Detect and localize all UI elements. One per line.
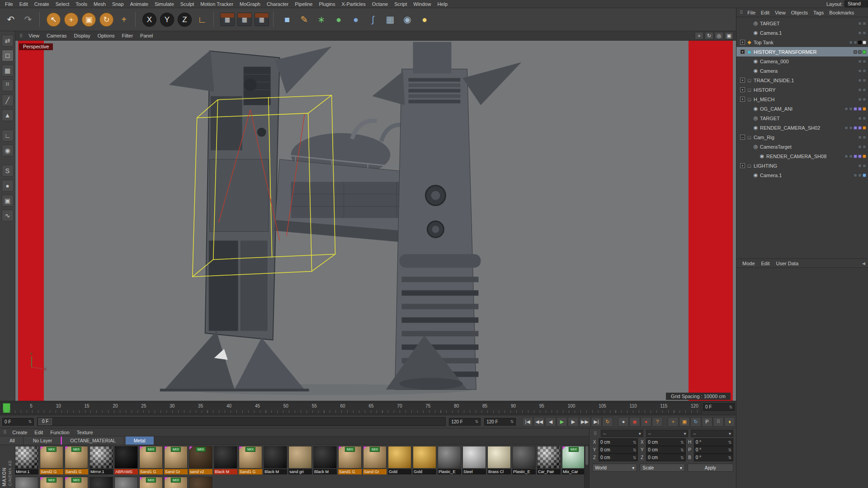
coordinate-mode-dropdown[interactable]: – ▾	[601, 430, 643, 437]
render-view-icon[interactable]: ▦	[220, 13, 235, 26]
viewport-menu-item[interactable]: View	[25, 33, 43, 38]
menubar-item[interactable]: Tools	[72, 1, 90, 7]
material-tile[interactable]: MIX Sand1 G	[139, 446, 163, 476]
viewport-menu-item[interactable]: Options	[94, 33, 118, 38]
menubar-item[interactable]: Window	[410, 1, 434, 7]
mograph-cloner-icon[interactable]: ∗	[313, 11, 330, 28]
object-name[interactable]: HISTORY_TRANSFORMER	[754, 49, 817, 55]
menubar-item[interactable]: Pipeline	[292, 1, 316, 7]
object-manager-menu-item[interactable]: View	[772, 10, 788, 15]
material-tile[interactable]: MIX	[64, 477, 89, 488]
object-tags[interactable]	[858, 88, 866, 92]
material-name[interactable]: Sand2 G	[40, 469, 63, 474]
object-name[interactable]: OG_CAM_ANI	[760, 106, 793, 112]
object-name[interactable]: HISTORY	[754, 87, 776, 93]
magnet-icon[interactable]: ∿	[2, 210, 14, 221]
model-mode-icon[interactable]: □	[2, 50, 14, 61]
expand-toggle-icon[interactable]: −	[740, 135, 745, 140]
zoom-view-icon[interactable]: ◎	[715, 32, 723, 39]
prev-key-icon[interactable]: ◀◀	[533, 417, 545, 427]
panel-grip-icon[interactable]: ⠿	[2, 430, 8, 435]
panel-grip-icon[interactable]: ⠿	[592, 431, 598, 436]
material-name[interactable]: Black M	[313, 469, 337, 474]
apply-button[interactable]: Apply	[688, 464, 733, 472]
object-tree-row[interactable]: ◎ CameraTarget	[736, 142, 868, 151]
material-tile[interactable]: MIX	[14, 477, 39, 488]
expand-toggle-icon[interactable]	[746, 59, 751, 64]
lock-z-axis-icon[interactable]: Z	[178, 13, 192, 27]
layout-select[interactable]: Stand	[844, 0, 868, 7]
material-tile[interactable]: MIX	[189, 477, 213, 488]
menubar-item[interactable]: Snap	[109, 1, 127, 7]
rotate-tool-icon[interactable]: ↻	[99, 13, 113, 27]
menubar-item[interactable]: Script	[391, 1, 410, 7]
material-tile[interactable]: MIX	[139, 477, 163, 488]
undo-icon[interactable]: ↶	[3, 11, 19, 28]
coordinate-space-dropdown[interactable]: World ▾	[592, 464, 637, 472]
simulate-icon[interactable]: ●	[330, 11, 347, 28]
material-name[interactable]: Gold	[413, 469, 436, 474]
expand-toggle-icon[interactable]: +	[740, 40, 745, 45]
material-tile[interactable]: MIX Sand1 G	[338, 446, 362, 476]
object-tree-row[interactable]: ◎ TARGET	[736, 113, 868, 123]
object-tags[interactable]	[844, 107, 866, 111]
object-manager-menu-item[interactable]: Objects	[788, 10, 811, 15]
array-icon[interactable]: ▦	[382, 11, 398, 28]
material-preview-sphere[interactable]: MIX	[288, 446, 312, 469]
object-name[interactable]: Camera.1	[760, 173, 782, 178]
menubar-item[interactable]: Help	[434, 1, 451, 7]
object-tree-row[interactable]: + □ H_MECH	[736, 94, 868, 104]
menubar-item[interactable]: Animate	[127, 1, 151, 7]
material-preview-sphere[interactable]: MIX	[413, 446, 436, 469]
material-tile[interactable]: MIX Sand2 G	[39, 446, 64, 476]
goto-end-icon[interactable]: ▶|	[591, 417, 602, 427]
stepper-icon[interactable]: ⇅	[680, 448, 684, 452]
last-tool-icon[interactable]: +	[116, 11, 132, 28]
position-field[interactable]: 0 cm⇅	[599, 454, 638, 461]
material-tile[interactable]: MIX sand gri	[288, 446, 312, 476]
record-pla-icon[interactable]: ⠿	[713, 417, 724, 427]
material-preview-sphere[interactable]: MIX	[239, 446, 262, 469]
stepper-icon[interactable]: ⇅	[680, 455, 684, 460]
viewport-menu-item[interactable]: Panel	[137, 33, 156, 38]
material-tile[interactable]: MIX Mirror.1	[14, 446, 39, 476]
material-name[interactable]: Plastic_E	[438, 469, 461, 474]
volume-icon[interactable]: ●	[348, 11, 364, 28]
object-manager-menu-item[interactable]: File	[745, 10, 758, 15]
material-menu-item[interactable]: Function	[47, 430, 73, 435]
menubar-item[interactable]: Plugins	[316, 1, 338, 7]
workplane-icon[interactable]: ∟	[194, 11, 210, 28]
scale-tool-icon[interactable]: ▣	[82, 13, 96, 27]
expand-toggle-icon[interactable]	[753, 154, 758, 159]
material-tile[interactable]: MIX Gold	[387, 446, 412, 476]
point-mode-icon[interactable]: ⠛	[2, 80, 14, 91]
object-tags[interactable]	[858, 31, 866, 35]
object-tags[interactable]	[858, 164, 866, 168]
stepper-icon[interactable]: ⇅	[728, 440, 731, 445]
materials-scrollbar[interactable]	[584, 445, 589, 488]
material-name[interactable]: Mirror.1	[15, 469, 38, 474]
prev-frame-icon[interactable]: ◀	[545, 417, 556, 427]
material-layer-tab[interactable]: OCTANE_MATERIAL	[61, 436, 124, 445]
material-tile[interactable]: MIX Gold	[412, 446, 437, 476]
render-picture-viewer-icon[interactable]: ▦	[237, 13, 252, 26]
material-tile[interactable]: MIX Black M	[313, 446, 337, 476]
stepper-icon[interactable]: ⇅	[28, 419, 32, 424]
timeline-playhead[interactable]	[3, 403, 10, 413]
material-tile[interactable]: MIX Black M	[213, 446, 238, 476]
material-preview-sphere[interactable]: MIX	[65, 477, 88, 488]
render-settings-icon[interactable]: ▦	[255, 13, 269, 26]
menubar-item[interactable]: Character	[264, 1, 292, 7]
object-name[interactable]: TARGET	[760, 116, 780, 121]
size-field[interactable]: 0 cm⇅	[646, 454, 685, 461]
history-back-icon[interactable]: ◀	[862, 261, 865, 266]
scale-mode-dropdown[interactable]: Scale ▾	[640, 464, 684, 472]
material-name[interactable]: Steel	[462, 469, 486, 474]
record-scale-icon[interactable]: ▣	[679, 417, 690, 427]
material-menu-item[interactable]: Edit	[31, 430, 47, 435]
keyframe-help-icon[interactable]: ?	[652, 417, 663, 427]
material-tile[interactable]: MIX Brass Cl	[487, 446, 511, 476]
material-preview-sphere[interactable]: MIX	[512, 446, 536, 469]
stepper-icon[interactable]: ⇅	[510, 419, 514, 424]
expand-toggle-icon[interactable]	[746, 144, 751, 149]
